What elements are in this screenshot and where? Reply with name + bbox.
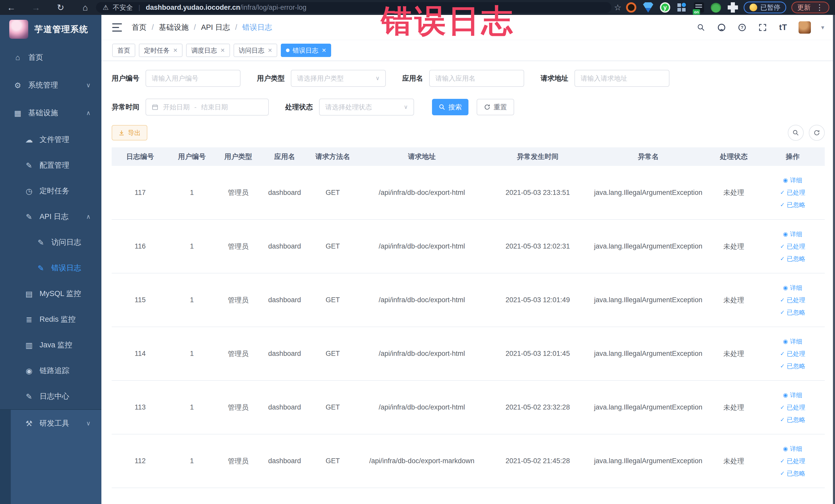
mark-processed-link[interactable]: ✓已处理	[780, 242, 805, 250]
forward-icon[interactable]: →	[30, 3, 42, 13]
user-type-select[interactable]: 请选择用户类型 ∨	[291, 70, 386, 87]
mark-processed-link[interactable]: ✓已处理	[780, 296, 805, 304]
sidebar-menu-item[interactable]: ✎ 日志中心	[0, 384, 101, 409]
menu-item-label: 首页	[28, 53, 43, 63]
page-tab[interactable]: 错误日志 ×	[281, 44, 331, 57]
menu-item-icon: ⚙	[12, 81, 23, 90]
extension-icon-leaf[interactable]	[711, 2, 721, 13]
mark-processed-link[interactable]: ✓已处理	[780, 457, 805, 465]
request-url-input[interactable]	[574, 70, 669, 87]
search-button[interactable]: 搜索	[432, 99, 468, 115]
extension-icon-grid[interactable]	[677, 2, 687, 13]
sidebar-menu-item[interactable]: ✎ 配置管理	[0, 153, 101, 178]
mark-ignored-link[interactable]: ✓已忽略	[780, 201, 805, 209]
extensions-puzzle-icon[interactable]	[728, 2, 738, 13]
avatar[interactable]	[798, 21, 811, 34]
help-icon[interactable]: ?	[737, 22, 747, 33]
app-logo-block[interactable]: 芋道管理系统	[0, 15, 101, 44]
mark-ignored-link[interactable]: ✓已忽略	[780, 255, 805, 263]
page-tab[interactable]: 定时任务 ×	[139, 44, 183, 57]
export-button[interactable]: 导出	[111, 125, 147, 140]
cell-user-type: 管理员	[215, 434, 262, 488]
sidebar-menu-item[interactable]: ⚒ 研发工具 ∨	[0, 409, 101, 437]
sidebar-menu-item[interactable]: ⌂ 首页	[0, 44, 101, 72]
sidebar-menu-item[interactable]: ⚙ 系统管理 ∨	[0, 72, 101, 99]
update-button[interactable]: 更新 ⋮	[791, 2, 829, 13]
cell-user-type: 管理员	[215, 327, 262, 381]
select-caret-icon: ∨	[375, 75, 380, 82]
extension-icon-orange[interactable]	[626, 2, 636, 13]
mark-processed-link[interactable]: ✓已处理	[780, 188, 805, 197]
mark-processed-link[interactable]: ✓已处理	[780, 350, 805, 358]
tab-close-icon[interactable]: ×	[322, 47, 326, 54]
detail-link[interactable]: ◉详细	[783, 176, 802, 184]
breadcrumb-item[interactable]: 首页	[132, 22, 159, 33]
font-size-icon[interactable]: tT	[778, 22, 788, 33]
fullscreen-icon[interactable]	[757, 22, 768, 33]
page-tab[interactable]: 调度日志 ×	[186, 44, 230, 57]
app-name-input[interactable]	[429, 70, 524, 87]
cell-user-id: 1	[169, 166, 215, 220]
sidebar-menu-item[interactable]: ◷ 定时任务	[0, 178, 101, 204]
cell-request-url: /api/infra/db-doc/export-markdown	[358, 434, 486, 488]
extension-icon-green-y[interactable]: y	[660, 2, 670, 13]
collapse-sidebar-icon[interactable]	[112, 23, 122, 32]
address-bar[interactable]: ⚠ 不安全 | dashboard.yudao.iocoder.cn/infra…	[96, 2, 611, 13]
extension-icon-switch[interactable]: on	[694, 2, 704, 13]
sidebar-menu-item[interactable]: ▤ MySQL 监控	[0, 281, 101, 306]
detail-link[interactable]: ◉详细	[783, 445, 802, 453]
detail-link[interactable]: ◉详细	[783, 230, 802, 238]
sidebar-menu-item[interactable]: ▥ Java 监控	[0, 332, 101, 358]
toggle-search-button[interactable]	[788, 125, 804, 141]
tab-close-icon[interactable]: ×	[173, 47, 177, 54]
cell-process-status: 未处理	[707, 434, 760, 488]
bookmark-star-icon[interactable]: ☆	[614, 3, 622, 12]
search-icon[interactable]	[696, 22, 706, 33]
page-url: dashboard.yudao.iocoder.cn/infra/log/api…	[146, 4, 306, 12]
detail-link[interactable]: ◉详细	[783, 337, 802, 346]
browser-menu-icon[interactable]: ⋮	[816, 4, 823, 11]
page-tab[interactable]: 首页	[112, 44, 135, 57]
breadcrumb: 首页 基础设施 API 日志 错误日志	[132, 22, 272, 33]
cell-exception-name: java.lang.IllegalArgumentException	[589, 273, 707, 327]
detail-link[interactable]: ◉详细	[783, 391, 802, 399]
menu-item-label: MySQL 监控	[40, 288, 81, 299]
breadcrumb-item[interactable]: API 日志	[201, 22, 242, 33]
breadcrumb-item[interactable]: 错误日志	[242, 22, 272, 33]
cell-user-type: 管理员	[215, 166, 262, 220]
sidebar-menu-item[interactable]: ◉ 链路追踪	[0, 358, 101, 384]
reset-button[interactable]: 重置	[477, 99, 514, 115]
mark-ignored-link[interactable]: ✓已忽略	[780, 469, 805, 478]
mark-ignored-link[interactable]: ✓已忽略	[780, 308, 805, 317]
exception-time-range-picker[interactable]: 开始日期 - 结束日期	[145, 99, 269, 116]
sidebar-menu-item[interactable]: ≣ Redis 监控	[0, 306, 101, 332]
user-id-input[interactable]	[145, 70, 241, 87]
filter-row-2: 异常时间 开始日期 - 结束日期 处理状态 请选择处理状态 ∨	[111, 99, 825, 116]
sidebar-menu-item[interactable]: ✎ 访问日志	[0, 229, 101, 255]
page-tab[interactable]: 访问日志 ×	[233, 44, 277, 57]
paused-badge[interactable]: 已暂停	[744, 2, 786, 13]
cell-request-url: /api/infra/db-doc/export-html	[358, 220, 486, 273]
tab-close-icon[interactable]: ×	[268, 47, 272, 54]
cell-method: GET	[308, 327, 358, 381]
home-icon[interactable]: ⌂	[80, 3, 91, 13]
tab-close-icon[interactable]: ×	[221, 47, 225, 54]
detail-link[interactable]: ◉详细	[783, 284, 802, 292]
github-icon[interactable]	[716, 22, 727, 33]
sidebar-menu-item[interactable]: ✎ 错误日志	[0, 255, 101, 281]
sidebar-menu-item[interactable]: ☁ 文件管理	[0, 127, 101, 153]
mark-ignored-link[interactable]: ✓已忽略	[780, 362, 805, 370]
process-status-select[interactable]: 请选择处理状态 ∨	[319, 99, 414, 116]
breadcrumb-item[interactable]: 基础设施	[159, 22, 201, 33]
back-icon[interactable]: ←	[6, 3, 17, 13]
cell-user-id: 1	[169, 434, 215, 488]
extension-icon-shield[interactable]	[643, 2, 653, 13]
sidebar-menu-item[interactable]: ▦ 基础设施 ∧	[0, 99, 101, 127]
avatar-caret-icon[interactable]: ▾	[821, 24, 824, 31]
mark-processed-link[interactable]: ✓已处理	[780, 403, 805, 411]
reload-icon[interactable]: ↻	[55, 2, 66, 13]
refresh-table-button[interactable]	[809, 125, 825, 141]
window-scrollbar[interactable]	[833, 15, 835, 504]
sidebar-menu-item[interactable]: ✎ API 日志 ∧	[0, 204, 101, 229]
mark-ignored-link[interactable]: ✓已忽略	[780, 416, 805, 424]
